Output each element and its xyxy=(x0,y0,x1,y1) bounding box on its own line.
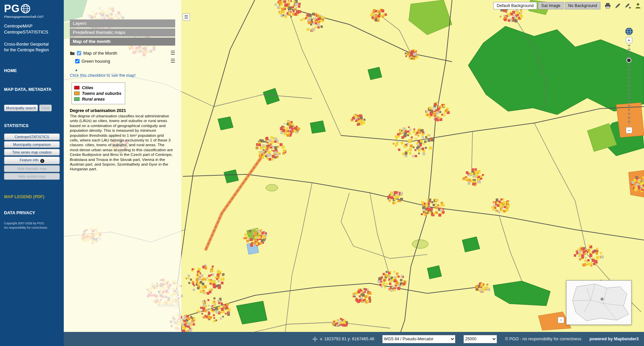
zoom-world-globe-icon[interactable] xyxy=(625,27,633,35)
layer-menu-icon[interactable]: ☰ xyxy=(170,50,175,56)
tree-child-label: Green housing xyxy=(82,59,110,64)
tagline-line2: for the Centrope Region xyxy=(4,47,60,53)
accordion-layers[interactable]: Layers xyxy=(70,19,175,27)
mapbender-link[interactable]: powered by Mapbender3 xyxy=(589,337,639,341)
sidebar: PG Planungsgemeinschaft OST CentropeMAP … xyxy=(0,0,64,346)
tree-row-map-of-the-month: Map of the Month ☰ xyxy=(70,49,175,57)
zoom-in-button[interactable]: + xyxy=(626,37,632,43)
organisation-name: Planungsgemeinschaft OST xyxy=(4,15,60,18)
status-bar: x: 1823792.61 y: 6167465.46 WGS 84 / Pse… xyxy=(64,332,644,346)
legend-row-rural: Rural areas xyxy=(74,96,121,102)
legend-row-cities: Cities xyxy=(74,85,121,91)
feature-info-button[interactable]: Feature infoi xyxy=(4,157,60,164)
mouse-coordinates: x: 1823792.61 y: 6167465.46 xyxy=(320,337,374,341)
legend-row-towns: Towns and suburbs xyxy=(74,91,121,96)
projection-select[interactable]: WGS 84 / Pseudo-Mercator xyxy=(382,335,455,343)
map-legend-box: Cities Towns and suburbs Rural areas xyxy=(71,82,125,104)
no-background-button[interactable]: No Background xyxy=(565,2,600,9)
zoom-slider-handle[interactable] xyxy=(627,58,632,63)
time-series-map-creation-button[interactable]: Time series map creation xyxy=(4,149,60,156)
feature-info-label: Feature info xyxy=(19,158,38,162)
cities-swatch xyxy=(74,86,80,90)
copyright-line1: Copyright 2007-2026 by PGO. xyxy=(4,221,60,226)
tagline-line1: Cross-Border Geoportal xyxy=(4,42,60,47)
background-switcher: Default Background Sat Image No Backgrou… xyxy=(493,2,600,9)
scale-select[interactable]: 25000 xyxy=(463,335,497,343)
crosshair-icon xyxy=(312,337,317,342)
towns-swatch xyxy=(74,92,80,95)
globe-logo-icon xyxy=(20,4,31,14)
overview-collapse-button[interactable]: − xyxy=(558,317,564,323)
app-title-centropemap: CentropeMAP xyxy=(4,23,60,29)
accordion-map-of-the-month[interactable]: Map of the month xyxy=(70,38,175,46)
municipality-search-button[interactable]: Municipality search xyxy=(4,105,38,111)
print-icon[interactable] xyxy=(604,2,611,9)
accordion-predefined-thematic-maps[interactable]: Predefined thematic maps xyxy=(70,28,175,37)
pgo-logo[interactable]: PG xyxy=(4,3,60,14)
draw-icon[interactable] xyxy=(614,2,621,9)
info-panel: Layers Predefined thematic maps Map of t… xyxy=(64,0,181,332)
overview-map-graphic xyxy=(566,281,631,325)
app-title-centropestatistics: CentropeSTATISTICS xyxy=(4,29,60,35)
municipality-comparison-button[interactable]: Municipality comparison xyxy=(4,141,60,148)
checkbox-hint-text: Click this checkbox to see the map! xyxy=(70,73,175,78)
tree-row-green-housing: Green housing ☰ xyxy=(70,57,175,65)
clear-button[interactable]: Clear xyxy=(39,105,52,111)
rural-label: Rural areas xyxy=(82,97,105,102)
info-icon: i xyxy=(40,159,44,163)
layer-tree: Map of the Month ☰ Green housing ☰ xyxy=(70,49,175,65)
data-privacy-link[interactable]: DATA PRIVACY xyxy=(4,211,60,215)
statusbar-copyright: © PGO - no responsibility for correctnes… xyxy=(505,337,581,341)
nav-map-data-metadata[interactable]: MAP DATA, METADATA xyxy=(4,87,60,92)
map-of-the-month-checkbox[interactable] xyxy=(77,51,81,55)
default-background-button[interactable]: Default Background xyxy=(493,2,537,9)
folder-icon xyxy=(70,51,75,55)
cities-label: Cities xyxy=(82,85,93,90)
zoom-slider[interactable] xyxy=(626,45,632,125)
zoom-out-button[interactable]: − xyxy=(626,127,632,133)
panel-toggle-menu-icon[interactable]: ☰ xyxy=(183,13,190,21)
overview-map[interactable]: − xyxy=(566,280,632,325)
hide-symbol-map-button[interactable]: Hide symbol map xyxy=(4,173,60,180)
tree-root-label: Map of the Month xyxy=(83,51,117,56)
towns-label: Towns and suburbs xyxy=(82,91,121,96)
description-title: Degree of urbanisation 2021 xyxy=(70,108,175,113)
description-body: The degree of urbanisation classifies lo… xyxy=(70,114,173,172)
map-toolbar: Default Background Sat Image No Backgrou… xyxy=(493,2,641,9)
map-legend-pdf-link[interactable]: MAP LEGEND (PDF) xyxy=(4,194,60,199)
application-window: PG Planungsgemeinschaft OST CentropeMAP … xyxy=(0,0,644,346)
green-housing-menu-icon[interactable]: ☰ xyxy=(170,58,175,64)
nav-home[interactable]: HOME xyxy=(4,68,60,73)
user-icon[interactable] xyxy=(635,2,641,9)
collapse-arrow[interactable]: ▲ xyxy=(75,68,175,72)
centropestatistics-button[interactable]: CentropeSTATISTICS xyxy=(4,133,60,140)
sat-image-button[interactable]: Sat Image xyxy=(538,2,564,9)
coordinates-display: x: 1823792.61 y: 6167465.46 xyxy=(312,337,374,342)
zoom-control: + − xyxy=(625,27,633,133)
copyright-line2: No responsibility for correctness. xyxy=(4,226,60,230)
hide-thematic-map-button[interactable]: Hide thematic map xyxy=(4,165,60,172)
rural-swatch xyxy=(74,97,80,101)
green-housing-checkbox[interactable] xyxy=(75,59,80,63)
digitize-icon[interactable] xyxy=(625,2,631,9)
map-region: Korneuburg Layers Predefined thematic ma… xyxy=(64,0,644,346)
logo-text: PG xyxy=(4,3,20,14)
statistics-heading: STATISTICS xyxy=(4,123,60,128)
